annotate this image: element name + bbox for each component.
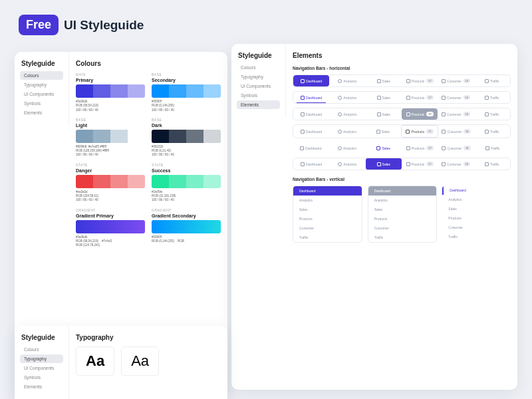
nav-item-products[interactable]: Products xyxy=(293,214,362,223)
swatch-primary: MAIN Primary #3a36dbRGB (58,54,219)100 /… xyxy=(76,72,145,112)
swatch-meta: #3a36dbRGB (58,54,219) #7c4cf1RGB (124,7… xyxy=(76,235,145,248)
nav-item-sales[interactable]: Sales xyxy=(365,125,401,138)
nav-item-dashboard[interactable]: Dashboard xyxy=(293,158,329,170)
nav-item-analytics[interactable]: Analytics xyxy=(329,125,365,138)
nav-item-dashboard[interactable]: Dashboard xyxy=(368,186,437,196)
nav-item-customer[interactable]: Customer14 xyxy=(438,142,475,154)
sidebar-item-ui-components[interactable]: UI Components xyxy=(20,90,63,98)
swatch-label: BASE xyxy=(152,118,221,122)
sidebar-item-elements[interactable]: Elements xyxy=(20,382,63,391)
nav-badge: 17 xyxy=(426,162,433,166)
nav-item-products[interactable]: Products17 xyxy=(401,125,438,138)
page-header: Free UI Styleguide xyxy=(0,0,532,50)
sidebar-item-ui-components[interactable]: UI Components xyxy=(20,364,63,372)
customer-icon xyxy=(442,130,446,134)
nav-item-customer[interactable]: Customer xyxy=(293,223,362,233)
sidebar-item-typography[interactable]: Typography xyxy=(20,80,63,89)
nav-item-customer[interactable]: Customer xyxy=(442,223,511,232)
sidebar-typo: Styleguide Colours Typography UI Compone… xyxy=(15,326,69,399)
nav-bar-vertical-0: DashboardAnalyticsSalesProductsCustomerT… xyxy=(293,186,362,243)
nav-item-dashboard[interactable]: Dashboard xyxy=(442,186,511,195)
nav-item-analytics[interactable]: Analytics xyxy=(293,196,362,205)
traffic-icon xyxy=(485,96,489,100)
nav-item-customer[interactable]: Customer14 xyxy=(438,92,473,103)
nav-item-dashboard[interactable]: Dashboard xyxy=(293,75,329,86)
traffic-icon xyxy=(485,162,489,166)
nav-item-customer[interactable]: Customer xyxy=(368,223,437,233)
sales-icon xyxy=(377,79,381,83)
swatch-success: STATE Success #1fe59eRGB (31,181,158)100… xyxy=(152,163,221,203)
sidebar-item-symbols[interactable]: Symbols xyxy=(20,373,63,382)
products-icon xyxy=(406,112,410,116)
nav-badge: 14 xyxy=(464,162,470,166)
nav-item-dashboard[interactable]: Dashboard xyxy=(293,108,329,120)
nav-item-products[interactable]: Products17 xyxy=(402,75,438,86)
sidebar-item-elements[interactable]: Elements xyxy=(20,108,63,117)
nav-item-traffic[interactable]: Traffic xyxy=(474,75,510,86)
sales-icon xyxy=(377,162,381,166)
nav-item-products[interactable]: Products17 xyxy=(402,92,438,103)
sidebar-title: Styleguide xyxy=(20,60,63,67)
nav-item-traffic[interactable]: Traffic xyxy=(474,108,510,120)
nav-item-dashboard[interactable]: Dashboard xyxy=(293,125,329,138)
nav-item-analytics[interactable]: Analytics xyxy=(329,92,365,103)
sidebar-item-typography[interactable]: Typography xyxy=(237,72,280,81)
nav-item-analytics[interactable]: Analytics xyxy=(329,75,365,86)
sales-icon xyxy=(376,130,380,134)
nav-item-traffic[interactable]: Traffic xyxy=(474,92,510,103)
nav-item-traffic[interactable]: Traffic xyxy=(442,232,511,241)
nav-item-customer[interactable]: Customer14 xyxy=(438,158,473,170)
nav-item-traffic[interactable]: Traffic xyxy=(293,233,362,242)
nav-item-sales[interactable]: Sales xyxy=(366,92,402,103)
nav-item-sales[interactable]: Sales xyxy=(366,158,402,170)
nav-item-customer[interactable]: Customer14 xyxy=(438,75,473,86)
products-icon xyxy=(406,146,410,150)
nav-item-customer[interactable]: Customer14 xyxy=(438,108,473,120)
nav-item-products[interactable]: Products xyxy=(442,213,511,223)
nav-item-products[interactable]: Products17 xyxy=(402,158,438,170)
sidebar-item-colours[interactable]: Colours xyxy=(20,345,63,354)
nav-item-sales[interactable]: Sales xyxy=(366,108,402,120)
swatch-meta: #ea3a3dRGB (234,58,61)100 / 80 / 60 / 40 xyxy=(76,190,145,203)
nav-badge: 14 xyxy=(464,129,470,134)
nav-item-analytics[interactable]: Analytics xyxy=(368,196,437,205)
nav-item-analytics[interactable]: Analytics xyxy=(442,195,511,204)
sidebar-item-typography[interactable]: Typography xyxy=(20,354,63,363)
nav-item-traffic[interactable]: Traffic xyxy=(368,233,437,242)
nav-item-analytics[interactable]: Analytics xyxy=(329,142,366,154)
sales-icon xyxy=(377,112,381,116)
sidebar-item-elements[interactable]: Elements xyxy=(237,100,280,109)
swatch-name: Success xyxy=(152,168,221,173)
nav-item-sales[interactable]: Sales xyxy=(365,142,402,154)
nav-item-products[interactable]: Products17 xyxy=(402,142,438,154)
sidebar-item-ui-components[interactable]: UI Components xyxy=(237,82,280,90)
nav-item-sales[interactable]: Sales xyxy=(368,205,437,214)
nav-item-traffic[interactable]: Traffic xyxy=(474,142,511,154)
nav-badge: 17 xyxy=(426,146,433,150)
nav-item-traffic[interactable]: Traffic xyxy=(474,158,510,170)
nav-item-sales[interactable]: Sales xyxy=(293,205,362,214)
nav-item-dashboard[interactable]: Dashboard xyxy=(293,92,329,103)
nav-badge: 14 xyxy=(464,146,470,150)
nav-item-products[interactable]: Products17 xyxy=(402,108,438,120)
nav-item-analytics[interactable]: Analytics xyxy=(329,108,365,120)
nav-item-sales[interactable]: Sales xyxy=(366,75,402,86)
nav-item-products[interactable]: Products xyxy=(368,214,437,223)
elements-main: Elements Navigation Bars - horizontal Da… xyxy=(286,44,517,251)
nav-item-sales[interactable]: Sales xyxy=(442,204,511,213)
nav-item-customer[interactable]: Customer14 xyxy=(438,125,474,138)
nav-item-traffic[interactable]: Traffic xyxy=(474,125,510,138)
type-sample-1: Aa xyxy=(76,346,114,376)
sidebar-item-colours[interactable]: Colours xyxy=(20,71,63,80)
sales-icon xyxy=(377,96,381,100)
sidebar-item-symbols[interactable]: Symbols xyxy=(237,91,280,100)
nav-item-dashboard[interactable]: Dashboard xyxy=(293,142,329,154)
free-badge: Free xyxy=(19,15,59,35)
swatch-name: Gradient Secondary xyxy=(152,213,221,218)
swatch-name: Dark xyxy=(152,123,221,128)
nav-badge: 14 xyxy=(464,112,470,116)
nav-item-dashboard[interactable]: Dashboard xyxy=(293,186,362,196)
sidebar-item-symbols[interactable]: Symbols xyxy=(20,99,63,108)
nav-item-analytics[interactable]: Analytics xyxy=(329,158,365,170)
sidebar-item-colours[interactable]: Colours xyxy=(237,63,280,72)
